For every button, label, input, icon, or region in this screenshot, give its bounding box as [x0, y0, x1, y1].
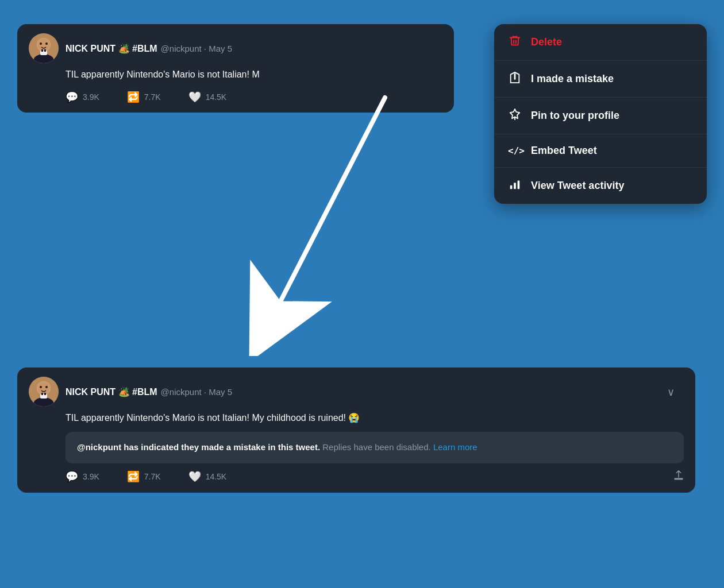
tweet-text-bottom: TIL apparently Nintendo's Mario is not I…	[66, 411, 684, 425]
like-icon-bottom: 🤍	[188, 470, 201, 483]
svg-rect-6	[40, 51, 47, 55]
svg-rect-13	[518, 181, 520, 189]
mistake-notice-text: @nickpunt has indicated they made a mist…	[77, 441, 672, 454]
like-action-top[interactable]: 🤍 14.5K	[188, 91, 227, 103]
tweet-card-bottom: ∨ NICK PUNT 🏕️ #BLM	[17, 368, 695, 493]
reply-count-top: 3.9K	[83, 92, 99, 102]
reply-icon-bottom: 💬	[66, 470, 78, 483]
activity-label: View Tweet activity	[531, 180, 624, 192]
svg-point-19	[37, 382, 50, 394]
tweet-text-top: TIL apparently Nintendo's Mario is not I…	[66, 68, 442, 82]
delete-icon	[508, 34, 522, 50]
mistake-icon	[508, 71, 522, 87]
retweet-action-top[interactable]: 🔁 7.7K	[127, 91, 161, 103]
activity-icon	[508, 178, 522, 194]
menu-item-delete[interactable]: Delete	[494, 24, 707, 61]
svg-rect-24	[44, 393, 46, 395]
svg-rect-12	[514, 183, 516, 189]
menu-item-embed[interactable]: </> Embed Tweet	[494, 134, 707, 168]
chevron-button[interactable]: ∨	[667, 386, 675, 399]
tweet-card-top: NICK PUNT 🏕️ #BLM @nickpunt · May 5 TIL …	[17, 24, 454, 113]
share-action-bottom[interactable]	[673, 470, 684, 483]
tweet-actions-top: 💬 3.9K 🔁 7.7K 🤍 14.5K	[66, 91, 442, 103]
retweet-icon-top: 🔁	[127, 91, 140, 103]
svg-point-20	[40, 386, 42, 388]
svg-rect-11	[510, 185, 513, 189]
mistake-label: I made a mistake	[531, 73, 614, 85]
user-name-row-bottom: NICK PUNT 🏕️ #BLM @nickpunt · May 5	[66, 386, 232, 397]
user-info-top: NICK PUNT 🏕️ #BLM @nickpunt · May 5	[66, 43, 232, 54]
retweet-count-top: 7.7K	[144, 92, 161, 102]
menu-item-activity[interactable]: View Tweet activity	[494, 168, 707, 204]
like-count-bottom: 14.5K	[206, 472, 227, 481]
user-name-top: NICK PUNT 🏕️ #BLM	[66, 43, 157, 54]
reply-icon-top: 💬	[66, 91, 78, 103]
tweet-actions-bottom: 💬 3.9K 🔁 7.7K 🤍 14.5K	[66, 470, 684, 483]
svg-point-4	[40, 42, 42, 45]
embed-icon: </>	[508, 145, 522, 156]
embed-label: Embed Tweet	[531, 145, 597, 157]
svg-rect-8	[44, 49, 46, 52]
reply-action-top[interactable]: 💬 3.9K	[66, 91, 99, 103]
tweet-bottom-inner: ∨ NICK PUNT 🏕️ #BLM	[29, 377, 684, 483]
svg-rect-7	[41, 49, 43, 52]
reply-count-bottom: 3.9K	[83, 472, 99, 481]
menu-item-pin[interactable]: Pin to your profile	[494, 98, 707, 134]
pin-icon	[508, 108, 522, 123]
delete-label: Delete	[531, 36, 562, 48]
user-handle-bottom: @nickpunt · May 5	[161, 387, 232, 397]
context-menu: Delete I made a mistake Pin to your prof…	[494, 24, 707, 204]
svg-point-5	[45, 42, 48, 45]
learn-more-link[interactable]: Learn more	[433, 442, 477, 452]
svg-point-3	[37, 38, 50, 51]
menu-item-mistake[interactable]: I made a mistake	[494, 61, 707, 98]
user-info-bottom: NICK PUNT 🏕️ #BLM @nickpunt · May 5	[66, 386, 232, 397]
arrow-container	[201, 92, 431, 356]
svg-rect-23	[41, 393, 43, 395]
mistake-notice-box: @nickpunt has indicated they made a mist…	[66, 432, 684, 463]
mistake-bold-text: @nickpunt has indicated they made a mist…	[77, 442, 320, 452]
retweet-action-bottom[interactable]: 🔁 7.7K	[127, 470, 161, 483]
tweet-header-top: NICK PUNT 🏕️ #BLM @nickpunt · May 5	[29, 33, 442, 63]
retweet-icon-bottom: 🔁	[127, 470, 140, 483]
like-icon-top: 🤍	[188, 91, 201, 103]
avatar-top	[29, 33, 59, 63]
svg-rect-9	[514, 74, 516, 80]
user-name-bottom: NICK PUNT 🏕️ #BLM	[66, 386, 157, 397]
retweet-count-bottom: 7.7K	[144, 472, 161, 481]
like-count-top: 14.5K	[206, 92, 227, 102]
like-action-bottom[interactable]: 🤍 14.5K	[188, 470, 227, 483]
svg-line-15	[270, 98, 385, 322]
user-handle-top: @nickpunt · May 5	[161, 44, 232, 53]
share-icon-bottom	[673, 470, 684, 483]
pin-label: Pin to your profile	[531, 110, 619, 122]
tweet-header-bottom: NICK PUNT 🏕️ #BLM @nickpunt · May 5	[29, 377, 684, 407]
svg-rect-22	[40, 394, 47, 399]
reply-action-bottom[interactable]: 💬 3.9K	[66, 470, 99, 483]
avatar-bottom	[29, 377, 59, 407]
svg-point-21	[45, 386, 48, 388]
user-name-row-top: NICK PUNT 🏕️ #BLM @nickpunt · May 5	[66, 43, 232, 54]
